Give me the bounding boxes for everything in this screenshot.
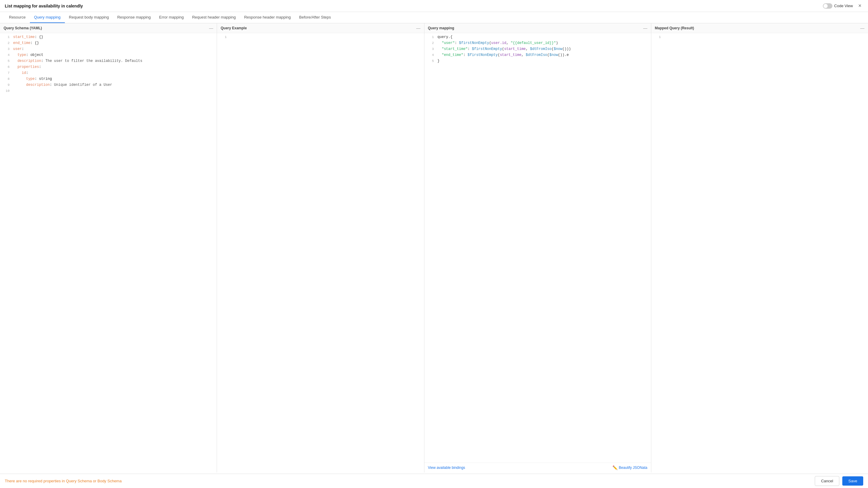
code-line: 5 description: The user to filter the av… xyxy=(0,58,217,64)
code-view-toggle[interactable] xyxy=(823,3,832,9)
code-line: 2end_time: {} xyxy=(0,40,217,47)
title-bar-right: Code View × xyxy=(823,2,863,9)
query-mapping-title: Query mapping xyxy=(428,26,454,30)
tab-bar: Resource Query mapping Request body mapp… xyxy=(0,12,868,23)
tab-request-body-mapping[interactable]: Request body mapping xyxy=(65,12,113,23)
mapped-query-title: Mapped Query (Result) xyxy=(655,26,694,30)
tab-response-header-mapping[interactable]: Response header mapping xyxy=(240,12,295,23)
tab-request-header-mapping[interactable]: Request header mapping xyxy=(188,12,240,23)
beautify-icon: ✏️ xyxy=(613,465,618,470)
query-mapping-footer: View available bindings ✏️ Beautify JSON… xyxy=(425,463,651,472)
code-line: 4 "end_time": $firstNonEmpty(start_time,… xyxy=(425,52,651,58)
tab-before-after-steps[interactable]: Before/After Steps xyxy=(295,12,335,23)
query-example-minimize-icon[interactable]: — xyxy=(416,26,421,30)
page-title: List mapping for availability in calendl… xyxy=(5,4,83,8)
code-line: 1 xyxy=(651,34,868,40)
main-content: Query Schema (YAML) — 1start_time: {}2en… xyxy=(0,23,868,472)
mapped-query-minimize-icon[interactable]: — xyxy=(860,26,864,30)
mapped-query-body: 1 xyxy=(651,33,868,472)
tab-error-mapping[interactable]: Error mapping xyxy=(155,12,188,23)
query-schema-body[interactable]: 1start_time: {}2end_time: {}3user:4 type… xyxy=(0,33,217,472)
query-mapping-panel: Query mapping — 1query.{2 "user": $first… xyxy=(425,23,651,472)
query-example-body[interactable]: 1 xyxy=(217,33,424,472)
code-line: 6 properties: xyxy=(0,64,217,70)
query-mapping-header: Query mapping — xyxy=(425,23,651,33)
close-button[interactable]: × xyxy=(856,2,863,9)
toggle-knob xyxy=(824,4,828,8)
code-line: 4 type: object xyxy=(0,52,217,58)
beautify-container: ✏️ Beautify JSONata xyxy=(613,465,647,470)
code-line: 2 "user": $firstNonEmpty(user.id, "{{def… xyxy=(425,40,651,47)
code-view-toggle-container: Code View xyxy=(823,3,853,9)
code-line: 3user: xyxy=(0,47,217,52)
code-line: 7 id: xyxy=(0,70,217,76)
code-view-label: Code View xyxy=(834,4,853,8)
query-example-title: Query Example xyxy=(221,26,247,30)
tab-resource[interactable]: Resource xyxy=(5,12,30,23)
query-schema-header: Query Schema (YAML) — xyxy=(0,23,217,33)
code-line: 10 xyxy=(0,88,217,94)
code-line: 9 description: Unique identifier of a Us… xyxy=(0,82,217,88)
tab-response-mapping[interactable]: Response mapping xyxy=(113,12,155,23)
code-line: 5} xyxy=(425,58,651,64)
query-mapping-body[interactable]: 1query.{2 "user": $firstNonEmpty(user.id… xyxy=(425,33,651,463)
mapped-query-panel: Mapped Query (Result) — 1 xyxy=(651,23,868,472)
code-line: 1 xyxy=(217,34,424,40)
tab-query-mapping[interactable]: Query mapping xyxy=(30,12,65,23)
mapped-query-header: Mapped Query (Result) — xyxy=(651,23,868,33)
title-bar: List mapping for availability in calendl… xyxy=(0,0,868,12)
view-bindings-button[interactable]: View available bindings xyxy=(428,465,465,470)
code-line: 8 type: string xyxy=(0,76,217,82)
code-line: 1query.{ xyxy=(425,34,651,40)
query-example-header: Query Example — xyxy=(217,23,424,33)
code-line: 1start_time: {} xyxy=(0,34,217,40)
beautify-button[interactable]: Beautify JSONata xyxy=(619,465,647,470)
query-schema-title: Query Schema (YAML) xyxy=(4,26,42,30)
query-mapping-minimize-icon[interactable]: — xyxy=(643,26,647,30)
query-schema-panel: Query Schema (YAML) — 1start_time: {}2en… xyxy=(0,23,217,472)
query-schema-minimize-icon[interactable]: — xyxy=(209,26,213,30)
query-example-panel: Query Example — 1 xyxy=(217,23,424,472)
code-line: 3 "start_time": $firstNonEmpty(start_tim… xyxy=(425,47,651,52)
